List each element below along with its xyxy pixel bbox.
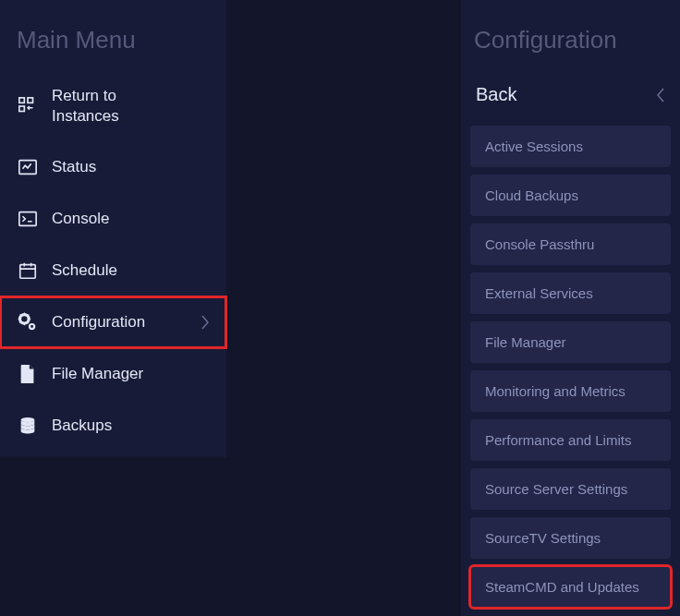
menu-item-backups[interactable]: Backups (0, 400, 226, 452)
main-menu-list: Return to InstancesStatusConsoleSchedule… (0, 71, 226, 452)
svg-rect-2 (28, 98, 33, 103)
config-item-cloud-backups[interactable]: Cloud Backups (470, 175, 671, 216)
config-item-performance-and-limits[interactable]: Performance and Limits (470, 419, 671, 461)
status-icon (17, 156, 39, 178)
svg-rect-1 (19, 106, 25, 112)
main-menu-sidebar: Main Menu Return to InstancesStatusConso… (0, 0, 226, 457)
main-menu-title: Main Menu (0, 18, 226, 71)
config-item-label: External Services (485, 285, 593, 301)
menu-item-status[interactable]: Status (0, 141, 226, 193)
config-item-monitoring-and-metrics[interactable]: Monitoring and Metrics (470, 370, 671, 412)
config-item-label: Monitoring and Metrics (485, 383, 625, 399)
cogs-icon (17, 311, 39, 333)
menu-item-schedule[interactable]: Schedule (0, 245, 226, 296)
config-item-label: Active Sessions (485, 139, 583, 154)
config-item-sourcetv-settings[interactable]: SourceTV Settings (470, 517, 671, 559)
menu-item-console[interactable]: Console (0, 193, 226, 245)
config-item-label: SteamCMD and Updates (485, 579, 639, 595)
config-item-label: Cloud Backups (485, 187, 578, 203)
config-item-source-server-settings[interactable]: Source Server Settings (470, 468, 671, 510)
svg-point-6 (22, 318, 26, 321)
config-item-label: Performance and Limits (485, 432, 631, 448)
configuration-list: Active SessionsCloud BackupsConsole Pass… (461, 118, 680, 608)
config-item-label: SourceTV Settings (485, 530, 601, 546)
chevron-right-icon (200, 314, 210, 331)
menu-item-label: Backups (52, 416, 112, 436)
configuration-title: Configuration (461, 18, 680, 71)
menu-item-label: File Manager (52, 364, 143, 384)
config-item-steamcmd-and-updates[interactable]: SteamCMD and Updates (470, 566, 671, 608)
file-icon (17, 363, 39, 385)
config-item-console-passthru[interactable]: Console Passthru (470, 223, 671, 265)
back-button[interactable]: Back (461, 71, 680, 118)
chevron-left-icon (656, 87, 665, 103)
stack-icon (17, 415, 39, 437)
back-label: Back (476, 84, 516, 105)
configuration-panel: Configuration Back Active SessionsCloud … (461, 0, 680, 616)
menu-item-return-to-instances[interactable]: Return to Instances (0, 71, 226, 141)
config-item-external-services[interactable]: External Services (470, 272, 671, 314)
menu-item-configuration[interactable]: Configuration (0, 296, 226, 348)
schedule-icon (17, 260, 39, 282)
config-item-active-sessions[interactable]: Active Sessions (470, 126, 671, 167)
config-item-label: Console Passthru (485, 236, 594, 252)
svg-point-8 (30, 325, 33, 328)
config-item-file-manager[interactable]: File Manager (470, 321, 671, 363)
config-item-label: File Manager (485, 334, 566, 350)
menu-item-label: Status (52, 157, 96, 177)
svg-point-9 (21, 417, 35, 422)
svg-rect-0 (19, 98, 25, 103)
config-item-label: Source Server Settings (485, 481, 627, 497)
instances-icon (17, 95, 39, 117)
menu-item-label: Configuration (52, 312, 145, 332)
svg-rect-4 (19, 212, 36, 226)
svg-rect-5 (20, 265, 36, 279)
menu-item-label: Schedule (52, 260, 117, 281)
menu-item-label: Console (52, 209, 109, 229)
menu-item-file-manager[interactable]: File Manager (0, 348, 226, 400)
menu-item-label: Return to Instances (52, 86, 153, 127)
console-icon (17, 208, 39, 230)
